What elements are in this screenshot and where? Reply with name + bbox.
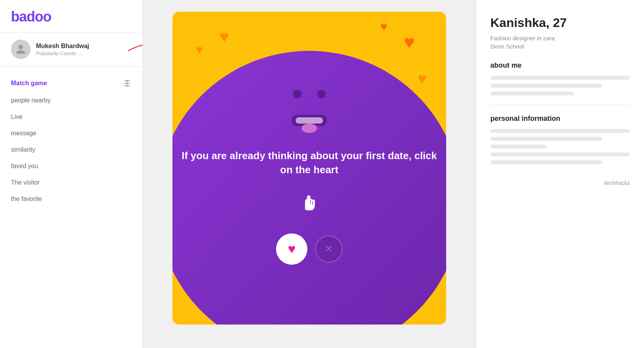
logo-area: badoo	[0, 0, 142, 32]
floating-heart-4: ♥	[404, 31, 415, 53]
hand-pointer-icon	[296, 189, 323, 222]
sidebar-item-label: the favorite	[11, 196, 42, 202]
user-icon	[15, 44, 26, 55]
match-card: ♥ ♥ ♥ ♥ ♥ If you are already thinking ab…	[172, 12, 446, 325]
user-profile-section[interactable]: Mukesh Bhardwaj Popularity Counts ...	[0, 32, 142, 66]
user-name: Mukesh Bhardwaj	[36, 43, 131, 50]
hand-svg	[296, 189, 323, 216]
cross-icon: ✕	[325, 243, 333, 255]
sidebar-item-people-nearby[interactable]: people nearby	[0, 92, 142, 109]
info-line-1	[490, 129, 630, 133]
app-logo: badoo	[11, 9, 51, 25]
emoji-face	[278, 82, 341, 137]
about-line-2	[490, 84, 602, 88]
profile-details: Fashion designer in zara Doon School	[490, 35, 630, 50]
profile-job: Fashion designer in zara	[490, 35, 630, 41]
sidebar-item-label: message	[11, 130, 36, 136]
match-area: ♥ ♥ ♥ ♥ ♥ If you are already thinking ab…	[143, 0, 476, 348]
emoji-tongue	[301, 124, 317, 133]
sidebar-item-similarity[interactable]: similarity	[0, 142, 142, 158]
profile-school: Doon School	[490, 43, 630, 50]
floating-heart-5: ♥	[418, 70, 427, 87]
sidebar-item-label: similarity	[11, 146, 35, 153]
about-line-3	[490, 91, 574, 95]
profile-panel: Kanishka, 27 Fashion designer in zara Do…	[476, 0, 644, 348]
watermark: itechhacks	[490, 180, 630, 186]
dislike-button[interactable]: ✕	[315, 235, 343, 263]
info-line-3	[490, 145, 546, 149]
floating-heart-3: ♥	[196, 43, 203, 56]
sidebar-item-label: people nearby	[11, 97, 50, 104]
sidebar-item-message[interactable]: message	[0, 125, 142, 142]
info-line-2	[490, 137, 602, 141]
section-divider-1	[490, 105, 630, 105]
emoji-eye-left	[293, 90, 301, 99]
overlay-text: If you are already thinking about your f…	[172, 149, 446, 177]
emoji-eye-right	[317, 90, 326, 99]
sidebar: badoo Mukesh Bhardwaj Popularity Counts …	[0, 0, 143, 348]
personal-info-title: personal information	[490, 115, 630, 123]
sidebar-item-the-favorite[interactable]: the favorite	[0, 191, 142, 207]
floating-heart-2: ♥	[380, 20, 387, 34]
sidebar-item-match-game[interactable]: Match game	[0, 74, 142, 92]
about-line-1	[490, 76, 630, 80]
emoji-teeth	[296, 117, 323, 124]
avatar	[11, 39, 30, 59]
user-info: Mukesh Bhardwaj Popularity Counts ...	[36, 43, 131, 56]
user-status: Popularity Counts ...	[36, 50, 131, 56]
sidebar-item-label: Live	[11, 113, 22, 120]
svg-point-3	[127, 85, 128, 86]
sidebar-item-faved-you[interactable]: faved you	[0, 158, 142, 174]
info-line-5	[490, 160, 602, 164]
heart-icon: ♥	[288, 241, 296, 257]
like-button[interactable]: ♥	[276, 233, 307, 265]
sidebar-item-label: faved you	[11, 163, 38, 169]
sidebar-item-label: Match game	[11, 80, 47, 87]
nav-menu: Match game people nearby Live message si…	[0, 66, 142, 348]
info-line-4	[490, 152, 630, 156]
purple-overlay: If you are already thinking about your f…	[172, 51, 446, 325]
profile-name: Kanishka, 27	[490, 16, 630, 30]
svg-point-2	[127, 83, 128, 84]
sidebar-item-live[interactable]: Live	[0, 109, 142, 125]
sidebar-item-label: The visitor	[11, 179, 40, 186]
main-content: ♥ ♥ ♥ ♥ ♥ If you are already thinking ab…	[143, 0, 644, 348]
svg-point-1	[127, 80, 128, 81]
about-me-title: about me	[490, 61, 630, 70]
filter-icon[interactable]	[123, 79, 131, 88]
action-buttons: ♥ ✕	[276, 233, 343, 265]
floating-heart-1: ♥	[219, 27, 229, 46]
sidebar-item-the-visitor[interactable]: The visitor	[0, 174, 142, 191]
